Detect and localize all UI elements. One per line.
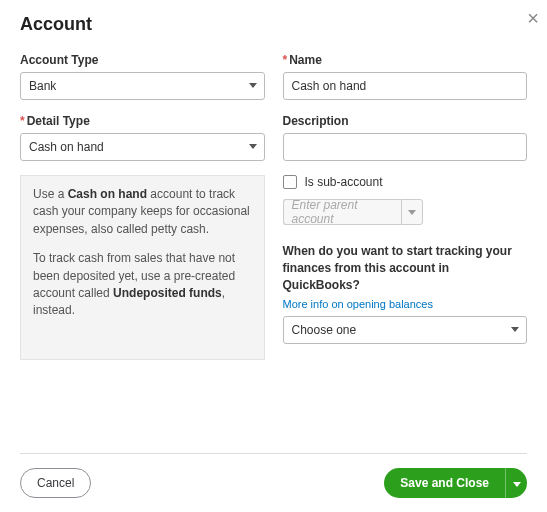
right-column: Name Description Is sub-account Enter pa… [283, 53, 528, 360]
detail-help-text: Use a Cash on hand account to track cash… [20, 175, 265, 360]
help-bold: Cash on hand [68, 187, 147, 201]
help-text: Use a [33, 187, 68, 201]
account-type-select[interactable]: Bank [20, 72, 265, 100]
help-bold: Undeposited funds [113, 286, 222, 300]
parent-account-placeholder: Enter parent account [283, 199, 401, 225]
close-icon[interactable]: × [527, 8, 539, 28]
left-column: Account Type Bank Detail Type Cash on ha… [20, 53, 265, 360]
tracking-question: When do you want to start tracking your … [283, 243, 528, 293]
opening-balance-info-link[interactable]: More info on opening balances [283, 298, 433, 310]
account-type-value: Bank [20, 72, 265, 100]
tracking-start-value: Choose one [283, 316, 528, 344]
description-input[interactable] [283, 133, 528, 161]
detail-type-label: Detail Type [20, 114, 265, 128]
cancel-button[interactable]: Cancel [20, 468, 91, 498]
parent-account-dropdown-button[interactable] [401, 199, 423, 225]
caret-down-icon [513, 476, 521, 491]
save-dropdown-button[interactable] [505, 468, 527, 498]
parent-account-select[interactable]: Enter parent account [283, 199, 423, 225]
sub-account-checkbox[interactable] [283, 175, 297, 189]
save-and-close-button[interactable]: Save and Close [384, 468, 505, 498]
description-label: Description [283, 114, 528, 128]
sub-account-label: Is sub-account [305, 175, 383, 189]
tracking-start-select[interactable]: Choose one [283, 316, 528, 344]
caret-down-icon [408, 205, 416, 219]
name-label: Name [283, 53, 528, 67]
detail-type-value: Cash on hand [20, 133, 265, 161]
name-input[interactable] [283, 72, 528, 100]
detail-type-select[interactable]: Cash on hand [20, 133, 265, 161]
dialog-title: Account [20, 14, 527, 35]
dialog-footer: Cancel Save and Close [20, 453, 527, 498]
account-type-label: Account Type [20, 53, 265, 67]
